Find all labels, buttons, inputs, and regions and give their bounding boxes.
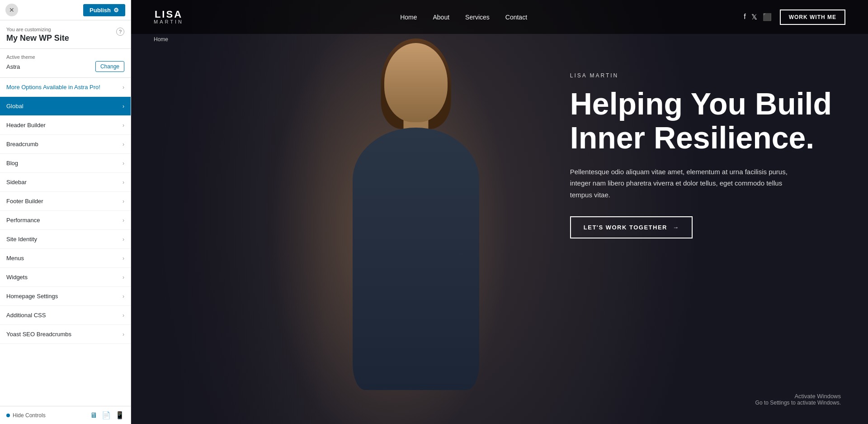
menu-item-homepage-settings[interactable]: Homepage Settings› [0, 287, 131, 306]
cta-label: LET'S WORK TOGETHER [584, 224, 667, 231]
chevron-right-icon: › [123, 103, 124, 110]
hero-title: Helping You Build Inner Resilience. [570, 87, 832, 155]
activate-windows-title: Activate Windows [755, 393, 841, 400]
theme-label: Active theme [6, 54, 124, 60]
publish-button[interactable]: Publish ⚙ [83, 4, 125, 16]
preview-panel: LISA MARTIN HomeAboutServicesContact f 𝕏… [131, 0, 868, 424]
nav-link-services[interactable]: Services [465, 14, 490, 21]
menu-item-additional-css[interactable]: Additional CSS› [0, 306, 131, 325]
hero-description: Pellentesque odio aliquam vitae amet, el… [570, 166, 796, 201]
customizing-label: You are customizing [6, 27, 69, 32]
menu-item-blog[interactable]: Blog› [0, 154, 131, 173]
menu-item-footer-builder[interactable]: Footer Builder› [0, 192, 131, 211]
menu-item-sidebar[interactable]: Sidebar› [0, 173, 131, 192]
customizer-panel: ✕ Publish ⚙ You are customizing My New W… [0, 0, 131, 424]
publish-label: Publish [90, 7, 111, 14]
menu-item-label: Footer Builder [6, 198, 43, 205]
menu-item-label: Site Identity [6, 236, 37, 243]
site-nav: HomeAboutServicesContact [400, 14, 527, 21]
desktop-icon[interactable]: 🖥 [90, 411, 97, 419]
chevron-right-icon: › [123, 236, 124, 243]
hero-title-line2: Inner Resilience. [570, 120, 814, 155]
menu-item-label: Sidebar [6, 179, 27, 186]
customizer-menu: More Options Available in Astra Pro!›Glo… [0, 78, 131, 406]
hide-dot-icon [6, 414, 10, 417]
hero-title-line1: Helping You Build [570, 86, 832, 121]
mobile-icon[interactable]: 📱 [115, 411, 124, 419]
breadcrumb: Home [154, 36, 168, 43]
logo-main-text: LISA [155, 10, 183, 19]
menu-item-site-identity[interactable]: Site Identity› [0, 230, 131, 249]
close-button[interactable]: ✕ [5, 4, 18, 16]
menu-item-label: Breadcrumb [6, 141, 38, 148]
chevron-right-icon: › [123, 198, 124, 205]
logo-sub-text: MARTIN [154, 19, 184, 24]
menu-item-astra-pro[interactable]: More Options Available in Astra Pro!› [0, 78, 131, 97]
facebook-icon[interactable]: f [744, 13, 745, 21]
gear-icon[interactable]: ⚙ [113, 7, 119, 14]
hero-content: LISA MARTIN Helping You Build Inner Resi… [570, 72, 832, 238]
nav-link-contact[interactable]: Contact [505, 14, 527, 21]
activate-windows-notice: Activate Windows Go to Settings to activ… [755, 393, 841, 406]
customizer-bottombar: Hide Controls 🖥 📄 📱 [0, 406, 131, 424]
menu-item-global[interactable]: Global› [0, 97, 131, 116]
chevron-right-icon: › [123, 160, 124, 167]
customizer-topbar: ✕ Publish ⚙ [0, 0, 131, 20]
site-logo: LISA MARTIN [154, 10, 184, 24]
menu-item-performance[interactable]: Performance› [0, 211, 131, 230]
customizing-section: You are customizing My New WP Site ? [0, 20, 131, 49]
menu-item-label: Header Builder [6, 122, 46, 129]
menu-item-label: Global [6, 103, 24, 110]
chevron-right-icon: › [123, 84, 124, 91]
tablet-icon[interactable]: 📄 [102, 411, 111, 419]
person-head [384, 43, 448, 122]
chevron-right-icon: › [123, 179, 124, 186]
site-header: LISA MARTIN HomeAboutServicesContact f 𝕏… [131, 0, 868, 34]
hide-controls-label: Hide Controls [13, 412, 46, 419]
hero-overlay [131, 0, 326, 424]
menu-item-label: Additional CSS [6, 312, 46, 319]
theme-section: Active theme Astra Change [0, 49, 131, 78]
menu-item-label: Widgets [6, 274, 28, 281]
menu-item-widgets[interactable]: Widgets› [0, 268, 131, 287]
menu-item-breadcrumb[interactable]: Breadcrumb› [0, 135, 131, 154]
chevron-right-icon: › [123, 293, 124, 300]
chevron-right-icon: › [123, 217, 124, 224]
menu-item-menus[interactable]: Menus› [0, 249, 131, 268]
website-wrapper: LISA MARTIN HomeAboutServicesContact f 𝕏… [131, 0, 868, 424]
help-icon[interactable]: ? [116, 28, 124, 36]
hero-author: LISA MARTIN [570, 72, 832, 79]
site-title: My New WP Site [6, 33, 69, 43]
device-icons: 🖥 📄 📱 [90, 411, 124, 419]
chevron-right-icon: › [123, 141, 124, 148]
person-body [353, 128, 479, 390]
menu-item-label: Homepage Settings [6, 293, 58, 300]
chevron-right-icon: › [123, 122, 124, 129]
menu-item-label: Menus [6, 255, 24, 262]
nav-link-home[interactable]: Home [400, 14, 417, 21]
hide-controls-button[interactable]: Hide Controls [6, 412, 46, 419]
change-theme-button[interactable]: Change [95, 61, 124, 72]
social-icons: f 𝕏 ⬛ [744, 13, 771, 21]
instagram-icon[interactable]: ⬛ [763, 13, 772, 21]
chevron-right-icon: › [123, 255, 124, 262]
nav-link-about[interactable]: About [433, 14, 450, 21]
header-right: f 𝕏 ⬛ WORK WITH ME [744, 10, 845, 25]
menu-item-yoast-seo[interactable]: Yoast SEO Breadcrumbs› [0, 325, 131, 344]
menu-item-label: Blog [6, 160, 18, 167]
cta-arrow-icon: → [673, 224, 679, 231]
chevron-right-icon: › [123, 274, 124, 281]
chevron-right-icon: › [123, 312, 124, 319]
activate-windows-sub: Go to Settings to activate Windows. [755, 400, 841, 406]
theme-name: Astra [6, 63, 20, 70]
chevron-right-icon: › [123, 331, 124, 338]
cta-button[interactable]: LET'S WORK TOGETHER → [570, 216, 693, 238]
twitter-icon[interactable]: 𝕏 [751, 13, 757, 21]
menu-item-label: More Options Available in Astra Pro! [6, 84, 100, 91]
menu-item-label: Performance [6, 217, 40, 224]
menu-item-header-builder[interactable]: Header Builder› [0, 116, 131, 135]
work-with-me-button[interactable]: WORK WITH ME [780, 10, 845, 25]
menu-item-label: Yoast SEO Breadcrumbs [6, 331, 71, 338]
person-figure [321, 34, 511, 390]
